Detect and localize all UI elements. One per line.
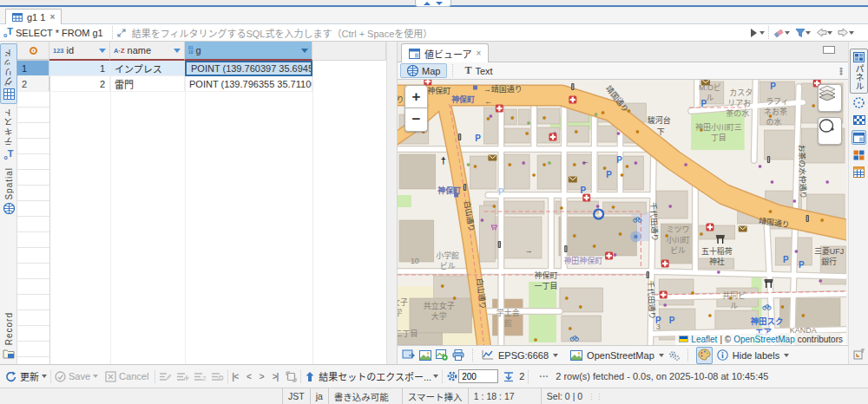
more-icon[interactable]: ··· bbox=[539, 371, 549, 381]
value-panel-toggle-active[interactable] bbox=[852, 130, 866, 145]
execute-icon[interactable] bbox=[751, 29, 757, 37]
provider-dropdown-icon[interactable] bbox=[659, 354, 664, 357]
cell-name[interactable]: インプレス bbox=[110, 61, 185, 76]
tab-spatial-view[interactable]: Spatial bbox=[0, 164, 17, 218]
back-arrow-icon[interactable] bbox=[816, 28, 827, 37]
dropdown-icon[interactable] bbox=[99, 49, 106, 53]
next-row-button[interactable]: > bbox=[260, 372, 264, 381]
value-viewer-tab[interactable]: 値ビューア × bbox=[401, 43, 489, 62]
result-grid[interactable]: 123 id A·Z name 0110 g 1 1 インプレス POINT (… bbox=[17, 42, 386, 364]
edit-row-icon[interactable] bbox=[159, 371, 172, 381]
settings-icon[interactable] bbox=[668, 350, 680, 361]
cell-id[interactable]: 2 bbox=[49, 76, 110, 92]
export-dropdown-icon[interactable] bbox=[433, 375, 438, 378]
calc-panel-toggle[interactable] bbox=[852, 113, 866, 127]
osm-link[interactable]: OpenStreetMap bbox=[733, 335, 795, 344]
export-icon[interactable] bbox=[305, 371, 315, 382]
delete-row-icon[interactable] bbox=[211, 371, 224, 381]
prev-row-button[interactable]: < bbox=[247, 372, 251, 381]
column-header-g[interactable]: 0110 g bbox=[185, 42, 312, 61]
tab-panel[interactable]: パネル bbox=[850, 49, 868, 94]
toolbar-collapse-control[interactable] bbox=[415, 0, 451, 7]
forward-dropdown-icon[interactable] bbox=[849, 31, 854, 35]
back-dropdown-icon[interactable] bbox=[827, 31, 832, 35]
cell-id[interactable]: 1 bbox=[49, 61, 110, 76]
fetch-page-icon[interactable] bbox=[286, 371, 297, 382]
theme-toggle-button[interactable] bbox=[696, 347, 713, 364]
crs-icon[interactable] bbox=[481, 349, 494, 361]
filter-input[interactable]: 結果をフィルタリングするSQL式を入力します（Ctrl + Spaceを使用） bbox=[132, 26, 751, 40]
print-icon[interactable] bbox=[452, 349, 464, 361]
filter-funnel-icon[interactable] bbox=[795, 28, 806, 38]
value-viewer-toggle[interactable] bbox=[852, 95, 866, 110]
save-dropdown-icon[interactable] bbox=[93, 375, 98, 378]
info-icon[interactable] bbox=[717, 349, 728, 361]
map-mode-label: Map bbox=[422, 66, 440, 76]
cancel-button[interactable]: Cancel bbox=[119, 371, 148, 381]
epsg-selector[interactable]: EPSG:6668 bbox=[498, 350, 549, 361]
cell-g-selected[interactable]: POINT (139.760397 35.694572) bbox=[185, 61, 312, 76]
dropdown-icon[interactable] bbox=[174, 49, 181, 53]
metadata-panel-toggle[interactable] bbox=[852, 147, 866, 162]
gear-icon[interactable] bbox=[446, 370, 458, 382]
copy-map-icon[interactable] bbox=[402, 349, 415, 361]
hide-labels-selector[interactable]: Hide labels bbox=[733, 350, 779, 361]
first-row-button[interactable]: |< bbox=[232, 372, 238, 381]
add-row-icon[interactable] bbox=[176, 371, 189, 381]
tab-grid-view[interactable]: グリッド bbox=[0, 43, 17, 104]
cell-name[interactable]: 雷門 bbox=[110, 76, 185, 92]
svg-text:←: ← bbox=[484, 97, 492, 106]
draw-circle-button[interactable] bbox=[818, 117, 842, 145]
fetch-next-segment-icon[interactable] bbox=[503, 371, 515, 382]
eraser-dropdown-icon[interactable] bbox=[785, 31, 790, 35]
refresh-icon[interactable] bbox=[5, 371, 17, 382]
column-header-name[interactable]: A·Z name bbox=[110, 42, 185, 61]
cursor-position[interactable]: 1 : 18 : 17 bbox=[468, 388, 541, 404]
tile-provider-selector[interactable]: OpenStreetMap bbox=[587, 350, 654, 361]
epsg-dropdown-icon[interactable] bbox=[553, 354, 558, 357]
map-canvas[interactable]: PPPPPPPPPPP†←←→神保町→靖国通り靖国通り靖国通りり駿河台下白山通り… bbox=[398, 80, 846, 345]
fetch-size-input[interactable] bbox=[458, 369, 498, 383]
grid-scrollbar[interactable] bbox=[386, 42, 398, 364]
hide-labels-dropdown-icon[interactable] bbox=[784, 354, 789, 357]
close-icon[interactable]: × bbox=[477, 49, 482, 58]
picture-icon[interactable] bbox=[419, 350, 431, 361]
expand-filter-icon[interactable] bbox=[116, 28, 127, 38]
save-button[interactable]: Save bbox=[69, 371, 90, 381]
eraser-icon[interactable] bbox=[773, 28, 785, 38]
editor-tab-g1[interactable]: g1 1 × bbox=[5, 9, 62, 24]
funnel-dropdown-icon[interactable] bbox=[806, 31, 811, 35]
export-button[interactable]: 結果セットのエクスポー... bbox=[319, 369, 431, 383]
minimize-panel-icon[interactable] bbox=[823, 46, 835, 54]
dropdown-icon[interactable] bbox=[301, 49, 308, 53]
row-number[interactable]: 1 bbox=[17, 61, 49, 76]
column-header-id[interactable]: 123 id bbox=[49, 42, 110, 61]
zoom-out-button[interactable]: − bbox=[404, 108, 428, 132]
duplicate-row-icon[interactable]: 2 bbox=[194, 371, 207, 381]
svg-text:神保町: 神保町 bbox=[427, 86, 450, 95]
row-number[interactable]: 2 bbox=[17, 76, 49, 92]
execute-dropdown-icon[interactable] bbox=[760, 31, 765, 35]
aggregate-panel-toggle[interactable] bbox=[852, 165, 866, 179]
tab-text-view[interactable]: テキスト oT bbox=[0, 104, 17, 164]
row-header-corner[interactable] bbox=[17, 42, 49, 61]
toolbar-grip-icon[interactable]: ●●● bbox=[839, 67, 843, 75]
tab-record-view[interactable]: Record bbox=[0, 309, 17, 362]
text-mode-button[interactable]: T Text bbox=[458, 63, 498, 78]
close-icon[interactable]: × bbox=[49, 12, 55, 22]
last-row-button[interactable]: >| bbox=[273, 372, 279, 381]
save-picture-icon[interactable] bbox=[436, 349, 448, 361]
cell-g[interactable]: POINT (139.796355 35.711009) bbox=[185, 76, 312, 92]
tiles-icon[interactable] bbox=[570, 350, 582, 361]
dock-panel-icon[interactable] bbox=[852, 347, 866, 362]
cancel-icon[interactable] bbox=[105, 371, 116, 382]
zoom-in-button[interactable]: + bbox=[404, 85, 428, 108]
layers-button[interactable] bbox=[818, 84, 842, 112]
map-mode-button[interactable]: Map bbox=[400, 63, 447, 78]
insert-mode-indicator[interactable]: スマート挿入 bbox=[402, 388, 468, 404]
save-icon[interactable] bbox=[55, 371, 66, 382]
forward-arrow-icon[interactable] bbox=[838, 28, 849, 37]
refresh-button[interactable]: 更新 bbox=[20, 369, 39, 383]
leaflet-link[interactable]: Leaflet bbox=[691, 335, 717, 344]
refresh-dropdown-icon[interactable] bbox=[42, 375, 47, 378]
